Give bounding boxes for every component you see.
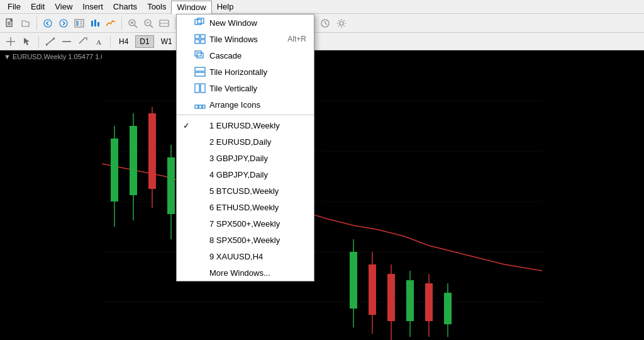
dd-item-new-window[interactable]: New Window	[177, 14, 314, 31]
tb-open[interactable]	[18, 16, 33, 31]
svg-rect-75	[425, 283, 433, 321]
svg-rect-91	[199, 105, 202, 108]
tb-hline[interactable]	[60, 35, 74, 48]
tf-d1[interactable]: D1	[135, 35, 153, 48]
svg-line-42	[79, 38, 85, 43]
dd-item-cascade[interactable]: Cascade	[177, 47, 314, 64]
dd-item-w3[interactable]: 3 GBPJPY,Daily	[177, 150, 314, 166]
svg-rect-88	[195, 84, 199, 93]
svg-rect-7	[76, 21, 79, 26]
dd-item-tile-windows[interactable]: Tile WindowsAlt+R	[177, 31, 314, 47]
dd-item-w2[interactable]: 2 EURUSD,Daily	[177, 133, 314, 150]
tb-zoom-out[interactable]	[141, 16, 156, 31]
tb-zoom-in[interactable]	[125, 16, 140, 31]
dd-icon-w1	[194, 120, 206, 130]
tf-h4[interactable]: H4	[114, 35, 133, 48]
svg-point-5	[60, 20, 67, 27]
tb-chart-type[interactable]	[87, 16, 103, 31]
svg-rect-69	[369, 264, 376, 315]
dd-item-tile-vertically[interactable]: Tile Vertically	[177, 80, 314, 96]
dd-icon-w5	[194, 186, 206, 196]
menu-view[interactable]: View	[50, 1, 77, 13]
window-dropdown: New WindowTile WindowsAlt+RCascadeTile H…	[176, 14, 314, 281]
svg-line-33	[325, 23, 327, 25]
dd-item-tile-horizontally[interactable]: Tile Horizontally	[177, 64, 314, 80]
svg-rect-51	[111, 139, 118, 201]
dd-label-w6: 6 ETHUSD,Weekly	[209, 203, 306, 212]
dd-label-w1: 1 EURUSD,Weekly	[209, 121, 306, 130]
dd-label-arrange-icons: Arrange Icons	[209, 100, 306, 110]
svg-rect-78	[195, 20, 201, 25]
tb-scroll[interactable]	[157, 16, 172, 31]
toolbar-group-nav	[40, 16, 118, 31]
chart-svg	[0, 50, 644, 340]
svg-rect-53	[130, 126, 137, 195]
drawing-sep-1	[38, 35, 39, 48]
svg-rect-92	[203, 105, 205, 108]
menu-file[interactable]: File	[3, 1, 26, 13]
dd-icon-cascade	[194, 50, 206, 60]
svg-rect-87	[195, 72, 205, 76]
menu-tools[interactable]: Tools	[142, 1, 171, 13]
dd-icon-w3	[194, 153, 206, 163]
dd-icon-w8	[194, 235, 206, 245]
dd-icon-w2	[194, 137, 206, 147]
svg-rect-83	[201, 40, 205, 43]
dd-shortcut-tile-windows: Alt+R	[287, 35, 306, 43]
tb-templates[interactable]	[72, 16, 87, 31]
tb-clock[interactable]	[318, 16, 333, 31]
dd-item-w8[interactable]: 8 SPX500+,Weekly	[177, 232, 314, 248]
dd-label-w7: 7 SPX500+,Weekly	[209, 219, 306, 229]
menu-edit[interactable]: Edit	[26, 1, 50, 13]
tb-draw-more[interactable]	[76, 35, 90, 48]
dd-icon-tile-windows	[194, 34, 206, 44]
dd-icon-w4	[194, 169, 206, 179]
tb-forward[interactable]	[56, 16, 71, 31]
toolbar-sep-3	[175, 17, 175, 30]
dd-label-more-windows: More Windows...	[209, 268, 306, 278]
svg-rect-73	[406, 280, 414, 321]
menu-help[interactable]: Help	[212, 1, 239, 13]
dd-icon-arrange-icons	[194, 99, 206, 110]
tf-w1[interactable]: W1	[157, 35, 177, 48]
menu-charts[interactable]: Charts	[108, 1, 142, 13]
svg-line-15	[135, 25, 137, 28]
svg-rect-67	[350, 252, 357, 309]
toolbar-group-file	[3, 16, 33, 31]
dd-check-w1: ✓	[182, 121, 191, 130]
dd-item-w9[interactable]: 9 XAUUSD,H4	[177, 248, 314, 264]
dd-item-more-windows[interactable]: More Windows...	[177, 264, 314, 281]
svg-rect-12	[94, 20, 96, 26]
svg-rect-11	[91, 21, 93, 26]
dd-icon-tile-horizontally	[194, 67, 206, 77]
tb-settings[interactable]	[334, 16, 349, 31]
dd-item-w4[interactable]: 4 GBPJPY,Daily	[177, 166, 314, 183]
svg-rect-86	[195, 67, 205, 71]
svg-rect-84	[195, 51, 201, 56]
svg-rect-80	[195, 35, 199, 38]
svg-line-19	[150, 25, 153, 28]
dd-icon-more-windows	[194, 268, 206, 278]
tb-indicators[interactable]	[103, 16, 118, 31]
svg-rect-90	[195, 105, 198, 108]
dd-icon-w9	[194, 251, 206, 261]
dd-item-w6[interactable]: 6 ETHUSD,Weekly	[177, 199, 314, 215]
dd-item-w5[interactable]: 5 BTCUSD,Weekly	[177, 183, 314, 199]
dd-item-arrange-icons[interactable]: Arrange Icons	[177, 96, 314, 113]
svg-rect-89	[201, 84, 205, 93]
tb-new[interactable]	[3, 16, 18, 31]
toolbar-group-zoom	[125, 16, 172, 31]
dd-item-w1[interactable]: ✓1 EURUSD,Weekly	[177, 117, 314, 133]
tb-crosshair[interactable]	[4, 35, 18, 48]
dd-icon-w6	[194, 202, 206, 212]
svg-rect-13	[97, 22, 99, 26]
toolbar-drawing: A H4 D1 W1 MN	[0, 33, 644, 50]
dd-item-w7[interactable]: 7 SPX500+,Weekly	[177, 215, 314, 232]
svg-rect-77	[444, 293, 452, 324]
tb-cursor[interactable]	[20, 35, 34, 48]
menu-insert[interactable]: Insert	[77, 1, 108, 13]
tb-text[interactable]: A	[92, 35, 106, 48]
tb-trend-line[interactable]	[43, 35, 57, 48]
menu-window[interactable]: Window	[171, 1, 211, 14]
tb-back[interactable]	[40, 16, 55, 31]
